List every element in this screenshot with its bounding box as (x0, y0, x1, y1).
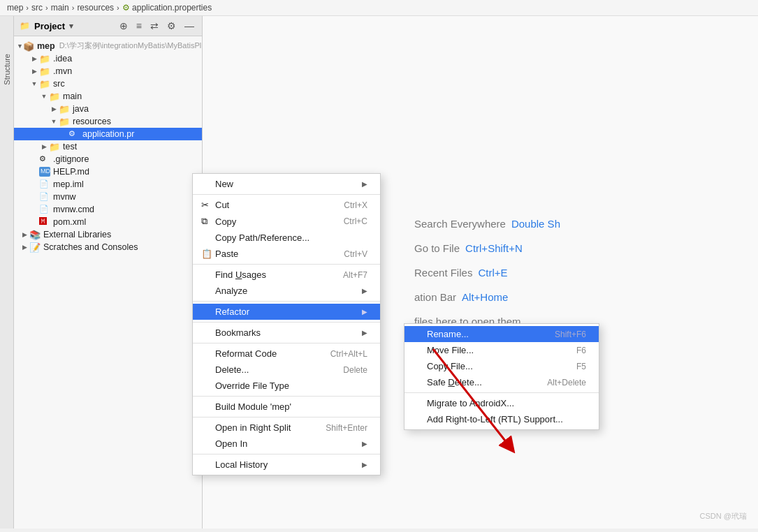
submenu-refactor-item-move-file[interactable]: Move File... F6 (404, 342, 599, 358)
ctx-label-reformat: Reformat Code (215, 348, 309, 359)
breadcrumb-part-main[interactable]: main (51, 3, 69, 13)
tree-item-mvnwcmd[interactable]: 📄 mvnw.cmd (14, 203, 202, 216)
search-hint-label: Search Everywhere (414, 218, 506, 230)
tree-label-pomxml: pom.xml (53, 217, 86, 227)
expand-arrow-idea: ▶ (29, 55, 39, 62)
ctx-label-new: New (215, 179, 358, 189)
tree-label-java: java (73, 104, 89, 114)
tree-label-scratches: Scratches and Consoles (43, 242, 138, 252)
tree-item-mvnw[interactable]: 📄 mvnw (14, 191, 202, 203)
submenu-refactor-item-rename[interactable]: Rename... Shift+F6 (404, 326, 599, 342)
submenu-refactor-item-add-rtl[interactable]: Add Right-to-Left (RTL) Support... (404, 411, 599, 427)
copy-file-shortcut: F5 (576, 362, 586, 371)
file-icon-gitignore: ⚙ (39, 154, 50, 164)
tree-item-java[interactable]: ▶ 📁 java (14, 103, 202, 115)
ctx-sep-5 (193, 343, 380, 343)
hint-goto: Go to File Ctrl+Shift+N (414, 242, 560, 254)
tree-item-helpmd[interactable]: MD HELP.md (14, 165, 202, 178)
paste-icon: 📋 (201, 249, 215, 259)
breadcrumb-sep-4: › (117, 3, 119, 12)
locate-icon[interactable]: ⊕ (117, 20, 130, 32)
goto-hint-label: Go to File (414, 242, 460, 254)
ctx-item-new[interactable]: New ▶ (193, 176, 380, 192)
ctx-item-copy[interactable]: ⧉ Copy Ctrl+C (193, 213, 380, 230)
tree-label-mvnw: mvnw (53, 192, 76, 202)
expand-arrow-test: ▶ (39, 143, 49, 150)
tree-item-src[interactable]: ▼ 📁 src (14, 77, 202, 90)
breadcrumb-part-src[interactable]: src (31, 3, 43, 13)
ctx-item-analyze[interactable]: Analyze ▶ (193, 283, 380, 299)
ctx-sep-7 (193, 417, 380, 418)
tree-item-gitignore[interactable]: ⚙ .gitignore (14, 153, 202, 165)
file-icon-helpmd: MD (39, 167, 50, 177)
file-icon-mvnw: 📄 (39, 192, 50, 202)
sidebar-title: 📁 Project ▾ (20, 21, 73, 31)
folder-icon-test: 📁 (49, 142, 60, 152)
tree-label-main: main (63, 91, 82, 101)
sidebar-toolbar: ⊕ ≡ ⇄ ⚙ — (117, 20, 196, 32)
tree-label-mepiml: mep.iml (53, 179, 84, 189)
ctx-item-paste[interactable]: 📋 Paste Ctrl+V (193, 246, 380, 262)
paste-shortcut: Ctrl+V (344, 249, 367, 259)
breadcrumb-file[interactable]: ⚙ application.properties (122, 3, 212, 13)
ctx-item-local-history[interactable]: Local History ▶ (193, 457, 380, 473)
ctx-label-safe-delete: Safe Delete... (427, 377, 526, 387)
folder-icon-extlibs: 📚 (29, 230, 41, 239)
expand-all-icon[interactable]: ≡ (134, 20, 144, 32)
ctx-label-cut: Cut (215, 200, 323, 210)
recent-hint-label: Recent Files (414, 267, 472, 279)
ctx-item-find-usages[interactable]: Find Usages Alt+F7 (193, 267, 380, 283)
ctx-item-reformat[interactable]: Reformat Code Ctrl+Alt+L (193, 346, 380, 362)
ctx-label-bookmarks: Bookmarks (215, 327, 358, 338)
tree-item-scratches[interactable]: ▶ 📝 Scratches and Consoles (14, 241, 202, 253)
submenu-refactor-item-safe-delete[interactable]: Safe Delete... Alt+Delete (404, 374, 599, 390)
tree-label-idea: .idea (53, 54, 72, 64)
sidebar-dropdown-icon[interactable]: ▾ (69, 22, 73, 31)
submenu-refactor-item-copy-file[interactable]: Copy File... F5 (404, 358, 599, 374)
ctx-label-find-usages: Find Usages (215, 269, 322, 280)
open-in-submenu-arrow: ▶ (362, 440, 367, 448)
tree-item-idea[interactable]: ▶ 📁 .idea (14, 52, 202, 65)
ctx-item-open-in[interactable]: Open In ▶ (193, 436, 380, 452)
vtab-structure[interactable]: Structure (1, 51, 13, 88)
tree-item-external-libs[interactable]: ▶ 📚 External Libraries (14, 228, 202, 241)
ctx-item-bookmarks[interactable]: Bookmarks ▶ (193, 325, 380, 341)
submenu-refactor-item-migrate-androidx[interactable]: Migrate to AndroidX... (404, 395, 599, 411)
settings-icon[interactable]: ⚙ (165, 20, 178, 32)
hint-search: Search Everywhere Double Sh (414, 218, 560, 230)
ctx-item-cut[interactable]: ✂ Cut Ctrl+X (193, 197, 380, 213)
tree-item-main[interactable]: ▼ 📁 main (14, 90, 202, 103)
sidebar-header: 📁 Project ▾ ⊕ ≡ ⇄ ⚙ — (14, 16, 202, 36)
ctx-item-refactor[interactable]: Refactor ▶ (193, 304, 380, 320)
folder-icon-src: 📁 (39, 79, 50, 89)
file-icon-appprop: ⚙ (68, 129, 80, 139)
ctx-label-migrate-androidx: Migrate to AndroidX... (427, 398, 586, 408)
ctx-item-copy-path[interactable]: Copy Path/Reference... (193, 230, 380, 246)
recent-hint-shortcut: Ctrl+E (478, 267, 507, 279)
collapse-all-icon[interactable]: ⇄ (148, 20, 161, 32)
tree-item-mep[interactable]: ▼ 📦 mep D:\学习案例\integrationMyBatis\MyBat… (14, 39, 202, 52)
project-sidebar: 📁 Project ▾ ⊕ ≡ ⇄ ⚙ — ▼ 📦 mep D:\学习案例\in… (14, 16, 203, 529)
ctx-item-override-file-type[interactable]: Override File Type (193, 378, 380, 394)
tree-item-test[interactable]: ▶ 📁 test (14, 140, 202, 153)
tree-item-application-properties[interactable]: ⚙ application.pr (14, 128, 202, 140)
ctx-label-open-in: Open In (215, 438, 358, 449)
breadcrumb-part-mep[interactable]: mep (7, 3, 23, 13)
tree-item-mepiml[interactable]: 📄 mep.iml (14, 178, 202, 191)
ctx-item-open-right-split[interactable]: Open in Right Split Shift+Enter (193, 420, 380, 436)
file-icon-mvnwcmd: 📄 (39, 205, 50, 214)
safe-delete-shortcut: Alt+Delete (547, 378, 586, 387)
tree-item-resources[interactable]: ▼ 📁 resources (14, 115, 202, 128)
breadcrumb-part-resources[interactable]: resources (77, 3, 114, 13)
bookmarks-submenu-arrow: ▶ (362, 329, 367, 337)
ctx-label-rename: Rename... (427, 329, 534, 339)
ctx-item-delete[interactable]: Delete... Delete (193, 362, 380, 378)
ctx-item-build-module[interactable]: Build Module 'mep' (193, 399, 380, 415)
folder-icon-mvn: 📁 (39, 66, 50, 76)
hide-icon[interactable]: — (182, 20, 196, 32)
tree-item-pomxml[interactable]: 🅼 pom.xml (14, 216, 202, 228)
refactor-submenu-arrow: ▶ (362, 308, 367, 316)
ctx-label-delete: Delete... (215, 364, 322, 375)
tree-label-resources: resources (73, 117, 111, 126)
tree-item-mvn[interactable]: ▶ 📁 .mvn (14, 65, 202, 77)
